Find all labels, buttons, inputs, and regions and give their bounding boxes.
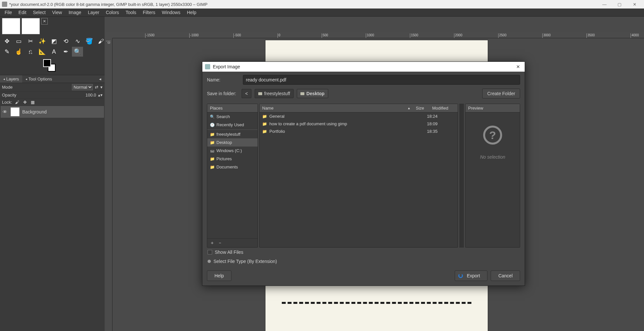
fg-color-swatch[interactable] (43, 59, 51, 67)
close-button[interactable]: ✕ (627, 0, 642, 9)
file-row[interactable]: 📁 General 18:24 (260, 113, 458, 120)
place-label: Pictures (216, 156, 232, 161)
tab-layers-label: Layers (6, 77, 19, 81)
ruler-horizontal: -1500 -1000 -500 0 500 1000 1500 2000 25… (112, 32, 644, 38)
place-item-desktop[interactable]: 📁 Desktop (207, 138, 258, 147)
file-modified: 18:24 (427, 114, 455, 119)
close-tab-icon[interactable]: ✕ (41, 18, 48, 25)
layer-row[interactable]: 👁 Background (1, 106, 104, 118)
lock-alpha-icon[interactable]: ▦ (30, 100, 36, 105)
dialog-icon (205, 64, 210, 69)
tab-layers[interactable]: ◂ Layers (0, 75, 22, 83)
menu-windows[interactable]: Windows (159, 9, 184, 16)
dialog-close-button[interactable]: ✕ (514, 63, 522, 71)
image-tab-thumb[interactable] (2, 18, 20, 34)
select-file-type-row[interactable]: Select File Type (By Extension) (207, 257, 520, 266)
zoom-tool-icon[interactable]: 🔍 (72, 47, 83, 57)
menu-help[interactable]: Help (184, 9, 200, 16)
help-button[interactable]: Help (207, 270, 231, 281)
image-tab-thumb[interactable] (22, 18, 40, 34)
transform-tool-icon[interactable]: ⟲ (60, 36, 71, 46)
place-item-recent[interactable]: 🕘 Recently Used (207, 121, 258, 129)
ruler-tick: 0 (278, 33, 280, 38)
maximize-button[interactable]: ▢ (612, 0, 627, 9)
file-list-header: Name ▲ Size Modified (260, 104, 458, 113)
folder-icon (258, 92, 262, 95)
layer-list: 👁 Background (1, 106, 104, 118)
drive-icon: 🖴 (210, 148, 214, 153)
save-in-folder-label: Save in folder: (207, 91, 238, 96)
menu-layer[interactable]: Layer (85, 9, 103, 16)
menu-file[interactable]: File (1, 9, 15, 16)
file-list-scrollbar[interactable] (459, 104, 464, 248)
crop-tool-icon[interactable]: ◩ (48, 36, 59, 46)
place-item-drive[interactable]: 🖴 Windows (C:) (207, 147, 258, 155)
bucket-tool-icon[interactable]: 🪣 (84, 36, 95, 46)
remove-bookmark-icon[interactable]: － (218, 240, 222, 246)
file-row[interactable]: 📁 how to create a pdf document using gim… (260, 120, 458, 128)
place-label: freestylestuff (216, 132, 240, 137)
clone-tool-icon[interactable]: ⎌ (25, 47, 36, 57)
ruler-tick: 1500 (410, 33, 418, 38)
folder-icon: 📁 (262, 122, 267, 126)
menu-tools[interactable]: Tools (122, 9, 140, 16)
blend-mode-select[interactable]: Normal (72, 84, 93, 90)
pencil-tool-icon[interactable]: ✎ (1, 47, 12, 57)
place-label: Recently Used (216, 122, 244, 127)
column-header-name[interactable]: Name ▲ (260, 104, 413, 112)
menu-image[interactable]: Image (65, 9, 85, 16)
menu-select[interactable]: Select (30, 9, 49, 16)
text-tool-icon[interactable]: A (48, 47, 59, 57)
rect-select-tool-icon[interactable]: ▭ (13, 36, 24, 46)
path-back-button[interactable]: < (242, 89, 251, 98)
warp-tool-icon[interactable]: ∿ (72, 36, 83, 46)
export-image-dialog: Export Image ✕ Name: Save in folder: < f… (202, 61, 525, 286)
menubar: File Edit Select View Image Layer Colors… (0, 9, 644, 17)
ruler-vertical: 0 (106, 38, 112, 331)
place-item-pictures[interactable]: 📁 Pictures (207, 155, 258, 163)
export-button[interactable]: Export (455, 270, 487, 281)
color-swatch[interactable] (43, 59, 59, 74)
free-select-tool-icon[interactable]: ✂ (25, 36, 36, 46)
lock-position-icon[interactable]: ✥ (22, 100, 28, 105)
ruler-tick: -1000 (189, 33, 199, 38)
visibility-eye-icon[interactable]: 👁 (3, 109, 8, 114)
menu-colors[interactable]: Colors (103, 9, 122, 16)
measure-tool-icon[interactable]: 📐 (37, 47, 48, 57)
ruler-tick: -1500 (145, 33, 155, 38)
place-item-home[interactable]: 📁 freestylestuff (207, 130, 258, 138)
file-name: General (269, 114, 411, 119)
ruler-tick: -500 (233, 33, 241, 38)
add-bookmark-icon[interactable]: ＋ (210, 240, 214, 246)
mode-dropdown-icon[interactable]: ▾ (100, 85, 103, 90)
menu-edit[interactable]: Edit (15, 9, 30, 16)
filename-input[interactable] (243, 75, 520, 85)
move-tool-icon[interactable]: ✥ (1, 36, 12, 46)
ruler-tick: 2500 (498, 33, 506, 38)
expander-icon[interactable] (208, 260, 211, 263)
cancel-button[interactable]: Cancel (491, 270, 520, 281)
path-segment[interactable]: freestylestuff (255, 89, 294, 98)
column-header-modified[interactable]: Modified (430, 104, 458, 112)
create-folder-button[interactable]: Create Folder (482, 89, 520, 98)
opacity-value[interactable]: 100.0 (85, 93, 96, 97)
ruler-tick: 0 (106, 41, 110, 44)
file-row[interactable]: 📁 Portfolio 18:35 (260, 128, 458, 135)
place-item-search[interactable]: 🔍 Search (207, 113, 258, 121)
fuzzy-select-tool-icon[interactable]: ✨ (37, 36, 48, 46)
dock-menu-icon[interactable]: ◂ (96, 75, 105, 83)
column-header-size[interactable]: Size (413, 104, 430, 112)
opacity-stepper-icon[interactable]: ▴▾ (98, 93, 103, 97)
path-tool-icon[interactable]: ✒ (60, 47, 71, 57)
menu-filters[interactable]: Filters (140, 9, 159, 16)
path-segment[interactable]: Desktop (297, 89, 328, 98)
mode-switch-icon[interactable]: ⇄ (95, 85, 98, 90)
smudge-tool-icon[interactable]: ☝ (13, 47, 24, 57)
checkbox-icon[interactable] (208, 250, 212, 254)
lock-pixels-icon[interactable]: 🖌 (14, 100, 20, 105)
minimize-button[interactable]: — (597, 0, 612, 9)
place-item-documents[interactable]: 📁 Documents (207, 163, 258, 171)
show-all-files-row[interactable]: Show All Files (207, 248, 520, 257)
menu-view[interactable]: View (49, 9, 65, 16)
tab-tool-options[interactable]: ◂ Tool Options (22, 75, 55, 83)
